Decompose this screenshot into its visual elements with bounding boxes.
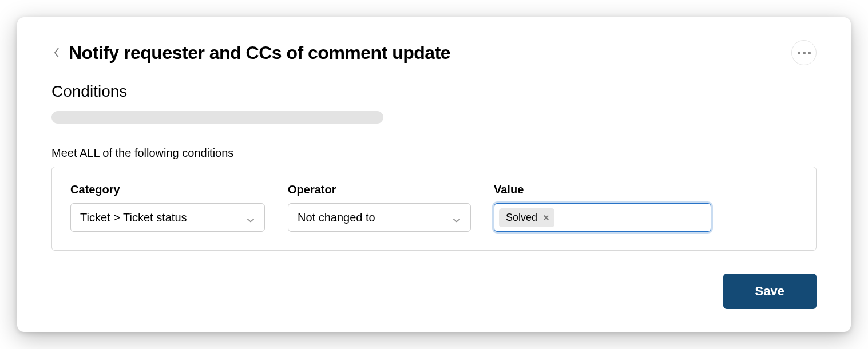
operator-label: Operator [288, 183, 471, 196]
footer-row: Save [51, 274, 817, 309]
conditions-section-title: Conditions [51, 82, 817, 101]
operator-select[interactable]: Not changed to [288, 203, 471, 232]
category-field-group: Category Ticket > Ticket status [70, 183, 265, 232]
chevron-down-icon [452, 213, 461, 222]
chevron-down-icon [246, 213, 255, 222]
page-title: Notify requester and CCs of comment upda… [69, 42, 450, 64]
value-label: Value [494, 183, 711, 196]
back-button[interactable] [51, 48, 62, 58]
remove-tag-button[interactable] [542, 213, 550, 221]
operator-select-value: Not changed to [298, 211, 375, 224]
title-group: Notify requester and CCs of comment upda… [51, 42, 450, 64]
value-field-group: Value Solved [494, 183, 711, 232]
trigger-edit-card: Notify requester and CCs of comment upda… [17, 17, 851, 332]
value-tag-label: Solved [506, 212, 537, 224]
conditions-all-box: Category Ticket > Ticket status Operator… [51, 167, 817, 251]
value-tag: Solved [499, 208, 554, 227]
chevron-left-icon [53, 47, 60, 58]
more-actions-button[interactable] [791, 40, 817, 65]
category-select[interactable]: Ticket > Ticket status [70, 203, 265, 232]
meet-all-label: Meet ALL of the following conditions [51, 147, 817, 160]
value-tag-input[interactable]: Solved [494, 203, 711, 232]
header-row: Notify requester and CCs of comment upda… [51, 40, 817, 65]
ellipsis-icon [798, 52, 800, 54]
close-icon [543, 215, 549, 221]
operator-field-group: Operator Not changed to [288, 183, 471, 232]
category-select-value: Ticket > Ticket status [80, 211, 187, 224]
save-button[interactable]: Save [723, 274, 817, 309]
category-label: Category [70, 183, 265, 196]
description-placeholder [51, 111, 383, 124]
